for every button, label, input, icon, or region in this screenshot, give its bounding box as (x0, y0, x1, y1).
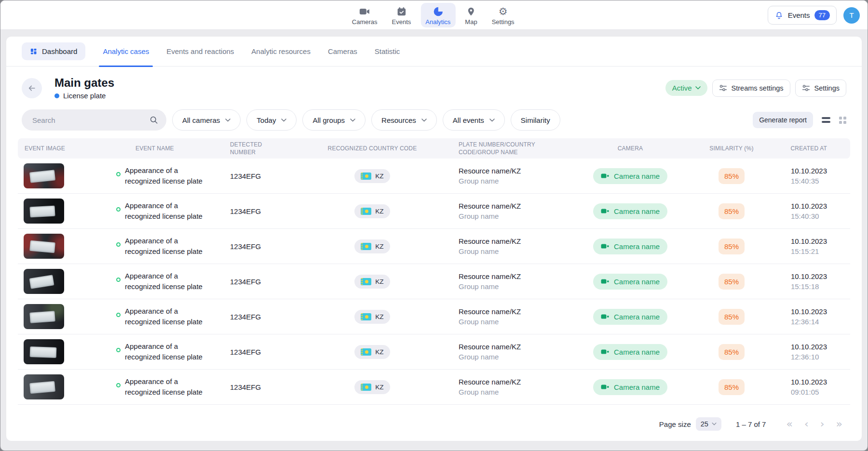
generate-report-button[interactable]: Generate report (753, 112, 813, 128)
events-notifications-button[interactable]: Events 77 (768, 6, 837, 25)
events-button-label: Events (788, 11, 810, 19)
filter-all-cameras[interactable]: All cameras (172, 109, 241, 131)
streams-settings-label: Streams settings (732, 84, 784, 92)
next-page-button[interactable]: › (820, 419, 825, 429)
camera-badge[interactable]: Camera name (593, 344, 667, 360)
user-avatar[interactable]: T (843, 7, 860, 24)
column-header-detected-number: DETECTED NUMBER (225, 141, 273, 156)
previous-page-button[interactable]: ‹ (804, 419, 809, 429)
event-image-thumbnail[interactable] (24, 339, 64, 364)
streams-settings-button[interactable]: Streams settings (712, 80, 790, 97)
resource-name: Resource name/KZ (459, 272, 563, 280)
nav-item-map[interactable]: Map (460, 3, 482, 27)
filter-similarity[interactable]: Similarity (511, 109, 560, 131)
camera-badge[interactable]: Camera name (593, 274, 667, 290)
search-box[interactable] (22, 109, 166, 131)
event-image-cell (18, 163, 114, 188)
camera-name: Camera name (614, 207, 660, 215)
first-page-button[interactable]: « (786, 419, 792, 429)
camera-icon (359, 6, 370, 17)
settings-button[interactable]: Settings (795, 80, 846, 97)
app-window: Cameras Events Analytics Map (0, 0, 868, 451)
table-row[interactable]: Appearance of a recognized license plate… (18, 159, 850, 194)
event-image-thumbnail[interactable] (24, 304, 64, 329)
camera-cell: Camera name (563, 168, 698, 184)
page-size-dropdown[interactable]: 25 (696, 417, 721, 431)
search-input[interactable] (32, 116, 149, 124)
camera-badge[interactable]: Camera name (593, 309, 667, 325)
filter-all-events[interactable]: All events (443, 109, 505, 131)
camera-name: Camera name (614, 348, 660, 356)
plate-info-cell: Resource name/KZ Group name (442, 167, 563, 185)
event-image-thumbnail[interactable] (24, 269, 64, 294)
event-name: Appearance of a recognized license plate (125, 376, 214, 398)
back-button[interactable] (22, 78, 42, 98)
created-time: 15:15:18 (791, 282, 827, 291)
camera-name: Camera name (614, 172, 660, 180)
created-time: 09:01:05 (791, 388, 827, 396)
detected-number: 1234EFG (225, 242, 302, 251)
tab-analytic-resources[interactable]: Analytic resources (251, 37, 311, 66)
map-pin-icon (466, 6, 476, 17)
country-code-cell: KZ (302, 310, 442, 324)
similarity-badge: 85% (719, 309, 745, 325)
camera-icon (601, 243, 610, 249)
last-page-button[interactable]: » (836, 419, 842, 429)
table-row[interactable]: Appearance of a recognized license plate… (18, 299, 850, 334)
sliders-icon (802, 84, 810, 92)
nav-item-events[interactable]: Events (387, 3, 416, 27)
created-date: 10.10.2023 (791, 202, 827, 210)
event-image-thumbnail[interactable] (24, 234, 64, 259)
camera-badge[interactable]: Camera name (593, 203, 667, 219)
event-name-cell: Appearance of a recognized license plate (114, 306, 225, 327)
tab-statistic[interactable]: Statistic (375, 37, 400, 66)
nav-item-analytics[interactable]: Analytics (420, 3, 455, 27)
list-view-icon[interactable] (822, 117, 830, 123)
filter-date[interactable]: Today (246, 109, 297, 131)
event-image-thumbnail[interactable] (24, 199, 64, 224)
event-image-thumbnail[interactable] (24, 163, 64, 188)
camera-badge[interactable]: Camera name (593, 168, 667, 184)
nav-label: Analytics (425, 18, 450, 26)
filter-all-groups[interactable]: All groups (302, 109, 366, 131)
camera-badge[interactable]: Camera name (593, 379, 667, 395)
page-header: Main gates License plate Active (6, 66, 862, 103)
event-name: Appearance of a recognized license plate (125, 271, 214, 292)
column-header-camera: CAMERA (563, 145, 698, 152)
nav-label: Cameras (352, 18, 378, 26)
event-name-cell: Appearance of a recognized license plate (114, 200, 225, 222)
chevron-down-icon (712, 423, 717, 425)
table-row[interactable]: Appearance of a recognized license plate… (18, 370, 850, 405)
kz-flag-icon (361, 384, 371, 391)
country-code-cell: KZ (302, 275, 442, 289)
detected-number: 1234EFG (225, 207, 302, 215)
similarity-cell: 85% (698, 168, 765, 184)
group-name: Group name (459, 318, 563, 326)
nav-label: Map (465, 18, 477, 26)
table-row[interactable]: Appearance of a recognized license plate… (18, 264, 850, 299)
nav-item-cameras[interactable]: Cameras (347, 3, 382, 27)
top-bar: Cameras Events Analytics Map (0, 0, 868, 30)
table-row[interactable]: Appearance of a recognized license plate… (18, 194, 850, 229)
grid-view-icon[interactable] (839, 117, 846, 124)
resource-name: Resource name/KZ (459, 378, 563, 386)
tab-cameras[interactable]: Cameras (328, 37, 357, 66)
nav-item-settings[interactable]: ⚙ Settings (487, 3, 519, 27)
filter-resources[interactable]: Resources (371, 109, 437, 131)
kz-flag-icon (361, 278, 371, 285)
tab-events-and-reactions[interactable]: Events and reactions (166, 37, 234, 66)
status-dropdown[interactable]: Active (665, 80, 707, 96)
table-row[interactable]: Appearance of a recognized license plate… (18, 229, 850, 264)
table-row[interactable]: Appearance of a recognized license plate… (18, 334, 850, 370)
tab-analytic-cases[interactable]: Analytic cases (103, 37, 149, 66)
analytic-type-dot-icon (54, 93, 59, 98)
event-image-thumbnail[interactable] (24, 374, 64, 399)
created-at-cell: 10.10.2023 12:36:10 (765, 343, 850, 361)
arrow-left-icon (27, 83, 37, 93)
dashboard-button[interactable]: Dashboard (22, 42, 85, 60)
detected-number: 1234EFG (225, 313, 302, 321)
camera-badge[interactable]: Camera name (593, 239, 667, 254)
similarity-badge: 85% (719, 168, 745, 184)
created-date: 10.10.2023 (791, 378, 827, 386)
country-code: KZ (375, 348, 383, 356)
